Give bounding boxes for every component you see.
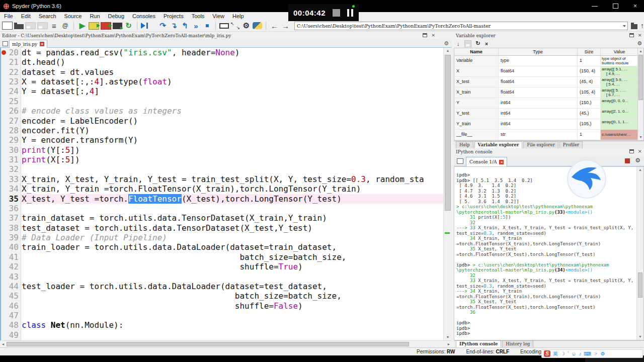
handwriting-icon[interactable]: ☞ — [594, 350, 598, 357]
line-number[interactable]: 25 — [0, 97, 19, 106]
tab-help[interactable]: Help — [456, 141, 473, 148]
editor-options-gear-icon[interactable]: ⚙ — [444, 40, 449, 47]
preferences-icon[interactable]: ⚙ — [242, 21, 251, 31]
toolbox-icon[interactable]: ⚙ — [601, 350, 605, 357]
line-number[interactable]: 24 — [0, 86, 19, 96]
line-number[interactable]: 33 — [0, 174, 19, 184]
tab-variable-explorer[interactable]: Variable explorer — [474, 141, 523, 148]
close-console-icon[interactable]: × — [499, 160, 504, 164]
console-output[interactable]: ipdb> ipdb> [[ 5.1 3.5 1.4 0.2] [ 4.9 3.… — [454, 166, 644, 340]
find-in-files-icon[interactable]: @ — [60, 21, 70, 31]
moon-icon[interactable]: ☽ — [560, 350, 565, 357]
line-number[interactable]: 44 — [0, 282, 19, 291]
new-console-icon[interactable] — [457, 158, 463, 164]
line-number[interactable]: 40 — [0, 242, 19, 252]
code-line[interactable]: train_dataset = torch.utils.data.TensorD… — [22, 213, 327, 223]
code-line[interactable]: shuffle=True) — [22, 262, 303, 272]
variable-table-scrollbar[interactable]: ▲ ▼ — [637, 48, 643, 140]
variable-row[interactable]: Variabletype1type object ofbuiltins modu… — [454, 56, 643, 66]
code-line[interactable]: Y = encoder.transform(Y) — [22, 135, 138, 145]
refresh-variables-icon[interactable]: ↻ — [476, 40, 480, 47]
run-icon[interactable]: ▶ — [77, 21, 87, 31]
column-header-type[interactable]: Type — [499, 48, 578, 55]
breakpoint-icon[interactable] — [2, 50, 6, 55]
run-cell-icon[interactable] — [89, 22, 99, 30]
variable-row[interactable]: Yint64(150,)array([0, 0, 0… — [454, 98, 643, 109]
line-number[interactable]: 34 — [0, 184, 19, 194]
line-number[interactable]: 46 — [0, 301, 19, 311]
maximize-pane-icon[interactable] — [219, 23, 229, 29]
rerun-cell-icon[interactable] — [113, 23, 122, 29]
line-number[interactable]: 32 — [0, 164, 19, 174]
code-line[interactable]: X = dataset[:,:4].astype(float) — [22, 77, 172, 86]
scroll-up-icon[interactable]: ▲ — [444, 48, 452, 54]
fullscreen-icon[interactable] — [230, 22, 240, 29]
editor-horizontal-scrollbar[interactable]: ◄ ► — [0, 340, 452, 347]
menu-run[interactable]: Run — [86, 13, 104, 19]
code-line[interactable]: print(Y[:5]) — [22, 145, 80, 155]
scroll-left-icon[interactable]: ◄ — [0, 341, 6, 347]
remove-variable-icon[interactable]: × — [485, 41, 488, 47]
undock-icon[interactable] — [629, 149, 634, 153]
forward-icon[interactable]: → — [281, 21, 290, 31]
line-number[interactable]: 41 — [0, 252, 19, 262]
code-line[interactable]: batch_size=batch_size, — [22, 291, 342, 301]
line-number[interactable]: 28 — [0, 126, 19, 135]
line-number[interactable]: 30 — [0, 145, 19, 155]
line-number[interactable]: 48 — [0, 320, 19, 330]
close-pane-icon[interactable]: × — [638, 149, 642, 153]
menu-view[interactable]: View — [208, 13, 228, 19]
menu-file[interactable]: File — [0, 13, 17, 19]
code-line[interactable]: print(X[:5]) — [22, 155, 80, 164]
line-number[interactable]: 23 — [0, 77, 19, 86]
code-line[interactable]: X_train, Y_train =torch.FloatTensor(X_tr… — [22, 184, 361, 194]
sogou-logo-icon[interactable]: S — [544, 350, 550, 357]
scroll-down-icon[interactable]: ▼ — [637, 334, 643, 340]
tab-ipython-console[interactable]: IPython console — [456, 340, 501, 347]
tab-profiler[interactable]: Profiler — [559, 141, 583, 148]
code-line[interactable]: train_loader = torch.utils.data.DataLoad… — [22, 242, 337, 252]
code-line[interactable]: # Data Loader (Input Pipeline) — [22, 233, 167, 242]
menu-projects[interactable]: Projects — [159, 13, 188, 19]
tab-mlp-iris[interactable]: mlp_iris.py × — [9, 40, 47, 48]
debug-file-icon[interactable] — [141, 23, 155, 29]
menu-search[interactable]: Search — [35, 13, 60, 19]
console-scrollbar[interactable]: ▲ ▼ — [636, 167, 643, 340]
variable-row[interactable]: Xfloat64(150, 4)array([[ 5.1, … [ 4.9, … — [454, 66, 643, 77]
code-line[interactable]: X_test, Y_test =torch.FloatTensor(X_test… — [22, 194, 342, 204]
line-number[interactable]: 21 — [0, 57, 19, 67]
debug-stop-icon[interactable]: ■ — [202, 21, 212, 31]
tab-history-log[interactable]: History log — [502, 340, 533, 347]
code-line[interactable]: batch_size=batch_size, — [22, 252, 346, 262]
menu-help[interactable]: Help — [228, 13, 248, 19]
close-pane-icon[interactable]: × — [638, 33, 642, 37]
debug-step-return-icon[interactable]: ↰ — [180, 21, 190, 31]
code-editor[interactable]: 2021222324252627282930313233343536373839… — [0, 48, 443, 340]
debug-continue-icon[interactable]: » — [191, 21, 201, 31]
line-number[interactable]: 38 — [0, 223, 19, 233]
menu-consoles[interactable]: Consoles — [128, 13, 159, 19]
new-file-icon[interactable] — [2, 22, 13, 30]
browse-tabs-icon[interactable] — [3, 41, 8, 46]
parent-directory-icon[interactable]: ↑ — [640, 22, 644, 30]
chevron-down-icon[interactable] — [623, 25, 626, 27]
scroll-down-icon[interactable]: ▼ — [638, 134, 643, 140]
scroll-up-icon[interactable]: ▲ — [638, 48, 643, 54]
code-line[interactable]: # encode class values as integers — [22, 106, 182, 116]
line-number[interactable]: 29 — [0, 135, 19, 145]
editor-vertical-scrollbar[interactable]: ▲ ▼ — [443, 48, 452, 340]
column-header-value[interactable]: Value — [601, 48, 638, 55]
console-options-gear-icon[interactable]: ⚙ — [635, 157, 640, 164]
variable-row[interactable]: X_testfloat64(45, 4)array([[ 5.9, … [ 5.… — [454, 77, 643, 87]
code-line[interactable]: X_train, X_test, Y_train, Y_test = train… — [22, 174, 424, 184]
variable-row[interactable]: Y_testint64(45,)array([2, 1, 0… — [454, 109, 643, 119]
line-number[interactable]: 49 — [0, 330, 19, 340]
debug-step-into-icon[interactable]: ↴ — [169, 21, 179, 31]
save-data-icon[interactable] — [464, 40, 471, 47]
line-number[interactable]: 36 — [0, 204, 19, 213]
import-data-icon[interactable]: ↓ — [457, 41, 460, 47]
code-line[interactable]: test_dataset = torch.utils.data.TensorDa… — [22, 223, 312, 233]
scroll-right-icon[interactable]: ► — [446, 341, 452, 347]
line-number[interactable]: 31 — [0, 155, 19, 164]
run-selection-icon[interactable]: ↻ — [124, 21, 133, 31]
